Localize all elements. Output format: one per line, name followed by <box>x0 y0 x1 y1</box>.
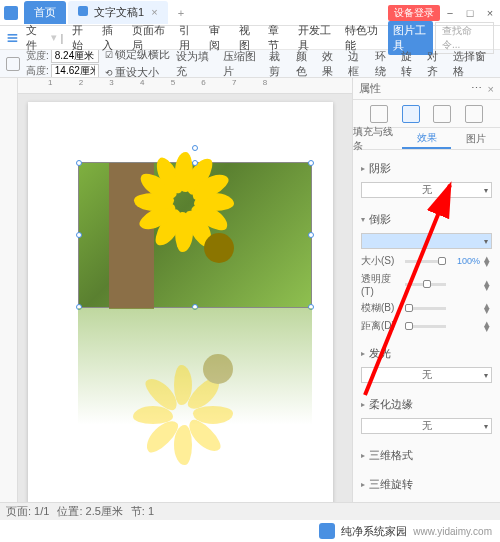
height-input[interactable] <box>51 64 99 78</box>
status-page: 页面: 1/1 <box>6 504 49 519</box>
reflection-blur-row: 模糊(B) ▴▾ <box>361 299 492 317</box>
image-content <box>164 193 274 303</box>
width-input[interactable] <box>51 50 99 63</box>
ribbon-toolbar: 宽度: 高度: ☑ 锁定纵横比 ⟲ 重设大小 设为填充 压缩图片 裁剪 颜色 效… <box>0 50 500 78</box>
selected-image[interactable] <box>78 162 312 308</box>
window-controls: − □ × <box>444 7 496 19</box>
transparency-slider[interactable] <box>405 283 446 286</box>
ribbon-buttons: 设为填充 压缩图片 裁剪 颜色 效果 边框 环绕 旋转 对齐 选择窗格 <box>176 50 494 78</box>
ribbon-fill[interactable]: 设为填充 <box>176 50 217 78</box>
properties-body: ▸阴影 无 ▾倒影 大小(S) 100% ▴▾ 透明度(T) ▴▾ <box>353 150 500 502</box>
command-search[interactable]: 查找命令... <box>435 22 494 54</box>
blur-spinner[interactable]: ▴▾ <box>484 303 492 313</box>
soft-preset-select[interactable]: 无 <box>361 418 492 434</box>
vertical-ruler <box>0 78 18 502</box>
ribbon-effect[interactable]: 效果 <box>322 50 342 78</box>
rotate-handle[interactable] <box>192 145 198 151</box>
toolbar-divider: | <box>61 32 64 44</box>
section-glow: ▸发光 无 <box>353 339 500 390</box>
image-reflection <box>78 308 312 454</box>
new-tab-button[interactable]: + <box>170 3 192 23</box>
tab-close-icon[interactable]: × <box>151 6 157 18</box>
width-label: 宽度: <box>26 50 49 63</box>
section-rotate-header[interactable]: ▸三维旋转 <box>361 474 492 495</box>
properties-panel: 属性 ⋯ × 填充与线条 效果 图片 ▸阴影 无 ▾倒影 大小(S) <box>352 78 500 502</box>
section-soft-edges: ▸柔化边缘 无 <box>353 390 500 441</box>
effects-icon[interactable] <box>402 105 420 123</box>
resize-handle[interactable] <box>76 232 82 238</box>
picture-icon[interactable] <box>465 105 483 123</box>
ribbon-selection[interactable]: 选择窗格 <box>453 50 494 78</box>
tab-picture[interactable]: 图片 <box>451 128 500 149</box>
watermark-bar: 纯净系统家园 www.yidaimy.com <box>0 520 500 542</box>
size-icon[interactable] <box>433 105 451 123</box>
menu-chevron-icon: ▾ <box>51 31 57 44</box>
blur-slider[interactable] <box>405 307 446 310</box>
shadow-preset-select[interactable]: 无 <box>361 182 492 198</box>
document-page <box>28 102 333 502</box>
maximize-button[interactable]: □ <box>464 7 476 19</box>
reflection-distance-row: 距离(D) ▴▾ <box>361 317 492 335</box>
resize-handle[interactable] <box>308 232 314 238</box>
doc-icon <box>78 6 88 16</box>
properties-title: 属性 <box>359 81 471 96</box>
glow-preset-select[interactable]: 无 <box>361 367 492 383</box>
panel-close-icon[interactable]: × <box>488 83 494 95</box>
svg-rect-0 <box>8 33 18 35</box>
distance-slider[interactable] <box>405 325 446 328</box>
size-label: 大小(S) <box>361 254 401 268</box>
blur-value <box>450 303 480 313</box>
svg-rect-1 <box>8 37 18 39</box>
size-slider[interactable] <box>405 260 446 263</box>
beta-badge[interactable]: 设备登录 <box>388 5 440 21</box>
size-spinner[interactable]: ▴▾ <box>484 256 492 266</box>
dimensions-group: 宽度: 高度: <box>26 50 99 78</box>
reflection-transparency-row: 透明度(T) ▴▾ <box>361 270 492 299</box>
lock-ratio-group: ☑ 锁定纵横比 ⟲ 重设大小 <box>105 50 171 78</box>
section-reflection: ▾倒影 大小(S) 100% ▴▾ 透明度(T) ▴▾ 模糊(B) <box>353 205 500 339</box>
distance-spinner[interactable]: ▴▾ <box>484 321 492 331</box>
reset-size-button[interactable]: ⟲ 重设大小 <box>105 65 160 78</box>
section-glow-header[interactable]: ▸发光 <box>361 343 492 364</box>
section-soft-header[interactable]: ▸柔化边缘 <box>361 394 492 415</box>
menu-icon[interactable] <box>6 30 19 46</box>
status-bar: 页面: 1/1 位置: 2.5厘米 节: 1 <box>0 502 500 520</box>
resize-handle[interactable] <box>76 160 82 166</box>
ribbon-align[interactable]: 对齐 <box>427 50 447 78</box>
ribbon-compress[interactable]: 压缩图片 <box>223 50 264 78</box>
status-position: 位置: 2.5厘米 <box>57 504 122 519</box>
crop-icon[interactable] <box>6 57 20 71</box>
menu-bar: 文件 ▾ | 开始 插入 页面布局 引用 审阅 视图 章节 开发工具 特色功能 … <box>0 26 500 50</box>
watermark-url: www.yidaimy.com <box>413 526 492 537</box>
ribbon-wrap[interactable]: 环绕 <box>375 50 395 78</box>
height-label: 高度: <box>26 64 49 78</box>
document-viewport[interactable] <box>18 78 352 502</box>
watermark-icon <box>319 523 335 539</box>
close-button[interactable]: × <box>484 7 496 19</box>
tab-fill-line[interactable]: 填充与线条 <box>353 128 402 149</box>
ribbon-border[interactable]: 边框 <box>348 50 368 78</box>
resize-handle[interactable] <box>192 160 198 166</box>
minimize-button[interactable]: − <box>444 7 456 19</box>
ribbon-crop[interactable]: 裁剪 <box>269 50 289 78</box>
section-3d-header[interactable]: ▸三维格式 <box>361 445 492 466</box>
resize-handle[interactable] <box>308 160 314 166</box>
section-shadow-header[interactable]: ▸阴影 <box>361 158 492 179</box>
section-reflection-header[interactable]: ▾倒影 <box>361 209 492 230</box>
lock-ratio-checkbox[interactable]: ☑ 锁定纵横比 <box>105 50 171 62</box>
tab-effect[interactable]: 效果 <box>402 128 451 149</box>
watermark-name: 纯净系统家园 <box>341 524 407 539</box>
horizontal-ruler <box>18 78 352 94</box>
status-section: 节: 1 <box>131 504 154 519</box>
transparency-spinner[interactable]: ▴▾ <box>484 280 492 290</box>
reflection-preset-select[interactable] <box>361 233 492 249</box>
section-3d-rotate: ▸三维旋转 <box>353 470 500 499</box>
panel-menu-icon[interactable]: ⋯ <box>471 82 482 95</box>
section-shadow: ▸阴影 无 <box>353 154 500 205</box>
section-3d-format: ▸三维格式 <box>353 441 500 470</box>
blur-label: 模糊(B) <box>361 301 401 315</box>
ribbon-color[interactable]: 颜色 <box>296 50 316 78</box>
ribbon-rotate[interactable]: 旋转 <box>401 50 421 78</box>
fill-line-icon[interactable] <box>370 105 388 123</box>
reflection-size-row: 大小(S) 100% ▴▾ <box>361 252 492 270</box>
